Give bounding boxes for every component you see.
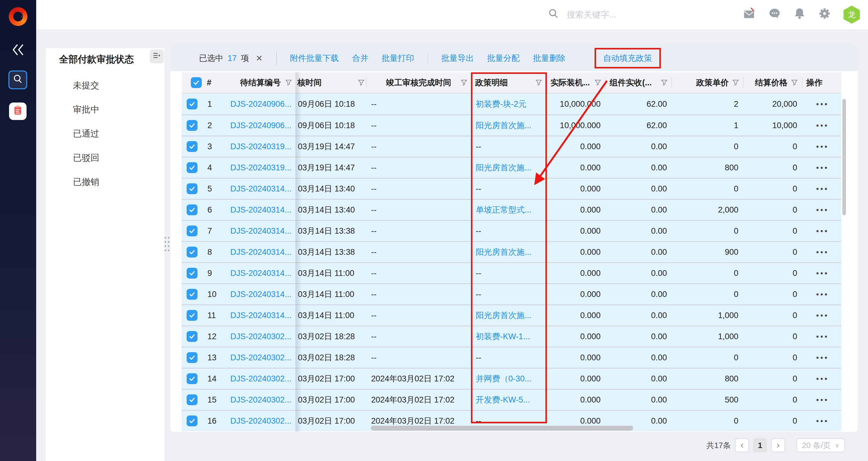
policy-link[interactable]: 阳光房首次施...	[476, 162, 531, 173]
cell-price: 0	[743, 179, 802, 199]
row-actions-button[interactable]	[807, 103, 836, 105]
row-actions-button[interactable]	[807, 272, 836, 274]
toolbar-action[interactable]: 批量分配	[487, 53, 520, 64]
row-actions-button[interactable]	[807, 399, 836, 401]
user-avatar[interactable]: 龙	[844, 6, 860, 24]
current-page-button[interactable]: 1	[753, 438, 767, 452]
row-checkbox[interactable]	[187, 225, 197, 236]
row-actions-button[interactable]	[807, 420, 836, 422]
policy-link[interactable]: 开发费-KW-5...	[476, 394, 530, 405]
cell-n: 16	[203, 411, 225, 431]
code-link[interactable]: DJS-20240302...	[230, 395, 291, 405]
code-link[interactable]: DJS-20240319...	[230, 142, 291, 151]
row-actions-button[interactable]	[807, 314, 836, 316]
row-checkbox[interactable]	[187, 120, 197, 131]
toolbar-action[interactable]: 批量导出	[441, 53, 474, 64]
toolbar-action[interactable]: 批量删除	[533, 53, 566, 64]
row-checkbox[interactable]	[187, 268, 197, 279]
select-all-checkbox[interactable]	[191, 77, 202, 88]
toolbar-action[interactable]: 附件批量下载	[290, 53, 339, 64]
panel-collapse-button[interactable]	[150, 50, 164, 63]
row-checkbox[interactable]	[187, 416, 197, 426]
code-link[interactable]: DJS-20240314...	[230, 184, 291, 193]
sidebar-collapse-button[interactable]	[11, 44, 25, 57]
code-link[interactable]: DJS-20240302...	[230, 374, 291, 383]
vertical-scrollbar[interactable]	[842, 99, 846, 215]
filter-icon[interactable]	[461, 79, 467, 86]
row-actions-button[interactable]	[807, 188, 836, 190]
gear-icon[interactable]	[818, 7, 831, 22]
row-actions-button[interactable]	[807, 125, 836, 127]
row-actions-button[interactable]	[807, 209, 836, 211]
row-actions-button[interactable]	[807, 230, 836, 232]
policy-link[interactable]: 并网费（0-30...	[476, 373, 531, 384]
code-link[interactable]: DJS-20240314...	[230, 290, 291, 299]
policy-link[interactable]: 初装费-块-2元	[476, 99, 526, 110]
code-link[interactable]: DJS-20240314...	[230, 205, 291, 215]
row-actions-button[interactable]	[807, 167, 836, 169]
panel-resize-handle[interactable]	[165, 237, 169, 256]
row-checkbox[interactable]	[187, 247, 197, 257]
row-checkbox[interactable]	[187, 331, 197, 342]
sidebar-item-1[interactable]: 未提交	[46, 73, 164, 98]
code-link[interactable]: DJS-20240314...	[230, 269, 291, 278]
toolbar-action[interactable]: 合并	[352, 53, 368, 64]
auto-fill-policy-button[interactable]: 自动填充政策	[603, 53, 652, 64]
row-checkbox[interactable]	[187, 310, 197, 321]
row-checkbox[interactable]	[187, 141, 197, 152]
filter-icon[interactable]	[285, 79, 292, 86]
row-checkbox[interactable]	[187, 394, 197, 405]
code-link[interactable]: DJS-20240314...	[230, 311, 291, 320]
row-checkbox[interactable]	[187, 352, 197, 363]
code-link[interactable]: DJS-20240906...	[230, 121, 291, 130]
row-checkbox[interactable]	[187, 99, 197, 110]
policy-link[interactable]: 阳光房首次施...	[476, 120, 531, 131]
filter-icon[interactable]	[732, 79, 739, 86]
rail-search-nav-button[interactable]	[8, 70, 27, 89]
sidebar-item-5[interactable]: 已撤销	[46, 170, 164, 194]
next-page-button[interactable]: ›	[771, 438, 785, 452]
row-actions-button[interactable]	[807, 357, 836, 359]
clear-selection-icon[interactable]: ✕	[256, 53, 262, 63]
row-checkbox[interactable]	[187, 183, 197, 194]
chat-icon[interactable]	[768, 7, 781, 22]
sidebar-item-4[interactable]: 已驳回	[46, 146, 164, 170]
cell-value: 0	[793, 374, 797, 383]
filter-icon[interactable]	[661, 79, 668, 86]
row-checkbox[interactable]	[187, 162, 197, 173]
code-link[interactable]: DJS-20240314...	[230, 248, 291, 257]
global-search-input[interactable]	[566, 10, 667, 20]
row-actions-button[interactable]	[807, 146, 836, 148]
row-actions-button[interactable]	[807, 294, 836, 296]
mail-icon[interactable]	[743, 7, 755, 22]
rail-orders-nav-button[interactable]	[9, 102, 27, 120]
policy-link[interactable]: 阳光房首次施...	[476, 310, 531, 321]
row-actions-button[interactable]	[807, 378, 836, 380]
row-actions-button[interactable]	[807, 251, 836, 253]
prev-page-button[interactable]: ‹	[735, 438, 749, 452]
horizontal-scrollbar[interactable]	[371, 426, 633, 431]
filter-icon[interactable]	[358, 79, 365, 86]
toolbar-action[interactable]: 批量打印	[382, 53, 414, 64]
sidebar-item-2[interactable]: 审批中	[46, 98, 164, 122]
code-link[interactable]: DJS-20240302...	[230, 332, 291, 341]
code-link[interactable]: DJS-20240314...	[230, 226, 291, 236]
row-checkbox[interactable]	[187, 205, 197, 215]
page-size-select[interactable]: 20 条/页 ∨	[797, 438, 845, 452]
code-link[interactable]: DJS-20240302...	[230, 417, 291, 426]
sidebar-item-3[interactable]: 已通过	[46, 122, 164, 146]
filter-icon[interactable]	[535, 79, 542, 86]
row-actions-button[interactable]	[807, 336, 836, 338]
filter-icon[interactable]	[594, 79, 601, 86]
code-link[interactable]: DJS-20240906...	[230, 99, 291, 109]
code-link[interactable]: DJS-20240319...	[230, 163, 291, 173]
row-checkbox[interactable]	[187, 289, 197, 300]
policy-link[interactable]: 初装费-KW-1...	[476, 331, 530, 342]
bell-icon[interactable]	[794, 7, 806, 22]
policy-link[interactable]: 阳光房首次施...	[476, 247, 531, 257]
filter-icon[interactable]	[791, 79, 798, 86]
logo-text: CRM	[22, 15, 28, 18]
row-checkbox[interactable]	[187, 373, 197, 384]
code-link[interactable]: DJS-20240302...	[230, 353, 291, 362]
policy-link[interactable]: 单坡正常型式...	[476, 205, 531, 215]
